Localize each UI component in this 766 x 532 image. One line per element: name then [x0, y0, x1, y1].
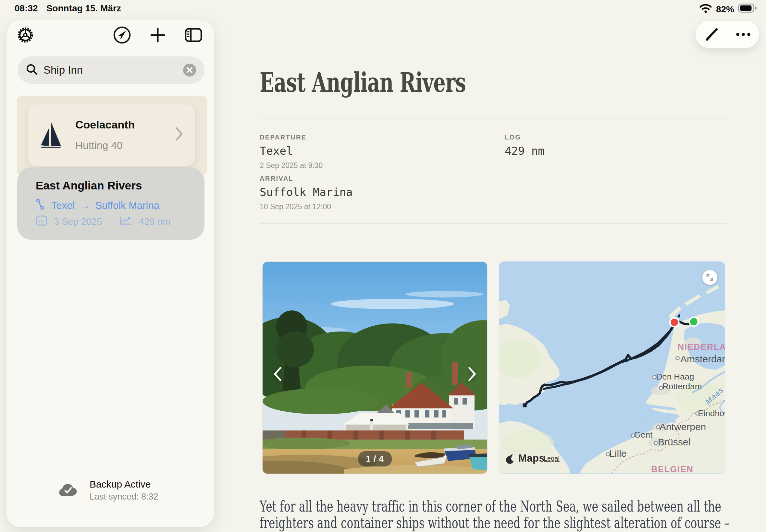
city-dot [659, 386, 663, 390]
map-expand-button[interactable] [702, 270, 717, 285]
photo-counter: 1 / 4 [358, 451, 392, 466]
map-label-city: Lille [609, 448, 626, 459]
map-label-city: Amsterdam [680, 354, 725, 365]
sailboat-icon [38, 120, 64, 152]
backup-title: Backup Active [90, 479, 158, 490]
divider [260, 118, 727, 118]
photo-next-button[interactable] [463, 365, 481, 383]
body-line: Yet for all the heavy traffic in this co… [260, 498, 730, 515]
departure-label: DEPARTURE [260, 134, 322, 141]
sidebar-panel: Coelacanth Hutting 40 East Anglian River… [6, 20, 214, 527]
departure-value: Texel [260, 144, 322, 157]
route-map[interactable]: NIEDERLANDE Amsterdam Den Haag Rotterdam… [499, 261, 725, 474]
map-label-country: BELGIEN [651, 465, 694, 474]
more-button[interactable] [732, 23, 755, 46]
map-label-city: Antwerpen [660, 421, 706, 432]
divider [260, 223, 727, 224]
trip-detail: East Anglian Rivers DEPARTURE Texel 2 Se… [260, 0, 728, 532]
maps-logo: Maps [518, 453, 545, 464]
boat-name: Coelacanth [75, 118, 135, 131]
city-dot [675, 356, 680, 360]
plus-icon [149, 27, 166, 45]
map-canvas [499, 261, 725, 474]
page-title: East Anglian Rivers [260, 67, 466, 98]
chart-line-icon [119, 215, 132, 228]
boat-section: Coelacanth Hutting 40 [17, 96, 207, 175]
trip-date: 3 Sep 2025 [54, 216, 102, 227]
chevron-right-icon [468, 366, 477, 382]
status-time: 08:32 [15, 3, 38, 14]
cloud-check-icon [58, 482, 79, 499]
route-icon [36, 199, 46, 213]
map-legal-link[interactable]: Legal [544, 455, 560, 462]
ellipsis-icon [736, 32, 751, 37]
map-label-city: Eindhoven [698, 408, 725, 418]
trip-from[interactable]: Texel [51, 200, 75, 212]
search-icon [26, 64, 38, 77]
arrow-right-icon: → [80, 200, 90, 212]
settings-button[interactable] [16, 27, 34, 45]
add-button[interactable] [149, 27, 167, 45]
photo-carousel[interactable]: 1 / 4 [262, 261, 488, 474]
trip-to[interactable]: Suffolk Marina [95, 200, 159, 212]
photo-prev-button[interactable] [268, 365, 286, 383]
chevron-right-icon [175, 127, 183, 143]
backup-status: Backup Active Last synced: 8:32 [58, 479, 158, 502]
trip-photo [262, 262, 488, 474]
map-label-city: Rotterdam [663, 381, 702, 392]
battery-icon [738, 3, 757, 15]
trip-card-east-anglian-rivers[interactable]: East Anglian Rivers Texel → Suffolk Mari… [17, 167, 204, 240]
map-label-city: Den Haag [656, 372, 694, 382]
chevron-left-icon [273, 366, 282, 382]
map-label-city: Gent [634, 430, 652, 440]
sidebar-toggle-button[interactable] [184, 27, 202, 45]
arrival-label: ARRIVAL [260, 175, 353, 182]
trip-distance: 429 nm [139, 216, 170, 227]
locate-button[interactable] [113, 27, 131, 45]
body-line: freighters and container ships without t… [260, 515, 730, 531]
trip-body-text: Yet for all the heavy traffic in this co… [260, 498, 766, 531]
map-attribution: Maps [506, 453, 545, 464]
log-value: 429 nm [505, 144, 545, 157]
close-icon [186, 67, 193, 74]
arrival-block: ARRIVAL Suffolk Marina 10 Sep 2025 at 12… [260, 175, 353, 211]
search-input[interactable] [43, 64, 183, 76]
status-date: Sonntag 15. März [46, 3, 121, 14]
arrival-value: Suffolk Marina [260, 186, 353, 199]
city-dot [631, 433, 635, 438]
sidebar-toggle-icon [185, 27, 202, 44]
map-label-city: Brüssel [658, 437, 690, 448]
log-label: LOG [505, 134, 545, 141]
boat-model: Hutting 40 [75, 139, 123, 151]
map-label-country: NIEDERLANDE [678, 342, 725, 352]
departure-datetime: 2 Sep 2025 at 9:30 [260, 161, 322, 170]
search-clear-button[interactable] [183, 64, 196, 77]
calendar-icon [36, 215, 47, 229]
backup-last-synced: Last synced: 8:32 [90, 492, 158, 502]
location-arrow-icon [113, 26, 131, 45]
trip-title: East Anglian Rivers [36, 179, 142, 192]
arrival-datetime: 10 Sep 2025 at 12:00 [260, 202, 353, 211]
boat-card[interactable]: Coelacanth Hutting 40 [28, 104, 195, 166]
expand-icon [706, 273, 714, 282]
log-block: LOG 429 nm [505, 134, 545, 157]
departure-block: DEPARTURE Texel 2 Sep 2025 at 9:30 [260, 134, 322, 170]
gear-icon [17, 26, 34, 45]
search-field[interactable] [18, 56, 204, 84]
